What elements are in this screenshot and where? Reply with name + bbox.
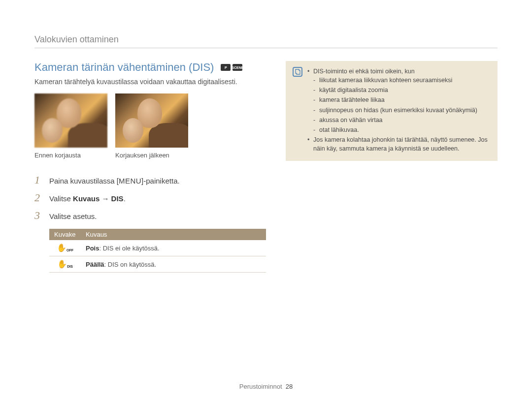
columns: Kameran tärinän vähentäminen (DIS) P SCE… (34, 61, 498, 273)
menu-button-label: MENU (119, 177, 141, 185)
photo-after (115, 93, 188, 148)
step-text: Valitse Kuvaus → DIS. (49, 194, 126, 203)
table-row: ✋OFF Pois: DIS ei ole käytössä. (49, 240, 266, 256)
steps: 1 Paina kuvaustilassa [MENU]-painiketta.… (34, 174, 266, 222)
table-row: ✋DIS Päällä: DIS on käytössä. (49, 256, 266, 273)
caption-before: Ennen korjausta (34, 152, 107, 159)
page-title: Kameran tärinän vähentäminen (DIS) (34, 61, 214, 74)
note-subitem: suljinnopeus on hidas (kun esimerkiksi k… (313, 106, 491, 115)
note-subitem: otat lähikuvaa. (313, 125, 491, 134)
step-1: 1 Paina kuvaustilassa [MENU]-painiketta. (34, 174, 266, 186)
mode-icon-scene: SCENE (233, 64, 242, 71)
page-number: 28 (286, 383, 293, 390)
caption-row: Ennen korjausta Korjauksen jälkeen (34, 152, 266, 159)
photo-row (34, 93, 266, 148)
step-number: 2 (34, 191, 43, 204)
left-column: Kameran tärinän vähentäminen (DIS) P SCE… (34, 61, 266, 273)
photo-before (34, 93, 107, 148)
td-icon: ✋DIS (49, 256, 81, 273)
step-text: Paina kuvaustilassa [MENU]-painiketta. (49, 177, 180, 185)
step-number: 3 (34, 209, 43, 222)
note-item: DIS-toiminto ei ehkä toimi oikein, kun l… (307, 67, 491, 134)
th-icon: Kuvake (49, 229, 81, 240)
th-desc: Kuvaus (81, 229, 266, 240)
step-number: 1 (34, 174, 43, 186)
td-desc: Pois: DIS ei ole käytössä. (81, 240, 266, 256)
note-subitem: käytät digitaalista zoomia (313, 86, 491, 94)
footer-section: Perustoiminnot (239, 383, 282, 390)
td-icon: ✋OFF (49, 240, 81, 256)
mode-icon-p: P (221, 64, 231, 71)
note-icon (293, 67, 302, 77)
title-row: Kameran tärinän vähentäminen (DIS) P SCE… (34, 61, 266, 74)
hand-dis-icon: ✋DIS (57, 260, 73, 268)
hand-off-icon: ✋OFF (57, 244, 73, 252)
step-2: 2 Valitse Kuvaus → DIS. (34, 191, 266, 204)
note-item: Jos kamera kolahtaa johonkin tai tärähtä… (307, 135, 491, 153)
footer: Perustoiminnot 28 (0, 383, 532, 390)
mode-icons: P SCENE (221, 64, 242, 71)
caption-after: Korjauksen jälkeen (115, 152, 188, 159)
note-subitem: liikutat kameraa liikkuvan kohteen seura… (313, 76, 491, 85)
note-content: DIS-toiminto ei ehkä toimi oikein, kun l… (307, 67, 491, 154)
right-column: DIS-toiminto ei ehkä toimi oikein, kun l… (286, 61, 498, 161)
note-subitem: kamera tärähtelee liikaa (313, 95, 491, 104)
breadcrumb: Valokuvien ottaminen (34, 34, 498, 45)
settings-table: Kuvake Kuvaus ✋OFF Pois: DIS ei ole käyt… (49, 229, 266, 273)
note-subitem: akussa on vähän virtaa (313, 116, 491, 124)
note-box: DIS-toiminto ei ehkä toimi oikein, kun l… (286, 61, 498, 161)
page: Valokuvien ottaminen Kameran tärinän väh… (0, 0, 532, 273)
step-text: Valitse asetus. (49, 212, 97, 220)
step-3: 3 Valitse asetus. (34, 209, 266, 222)
divider (34, 48, 498, 48)
subtitle: Kameran tärähtelyä kuvaustilassa voidaan… (34, 78, 266, 86)
td-desc: Päällä: DIS on käytössä. (81, 256, 266, 273)
